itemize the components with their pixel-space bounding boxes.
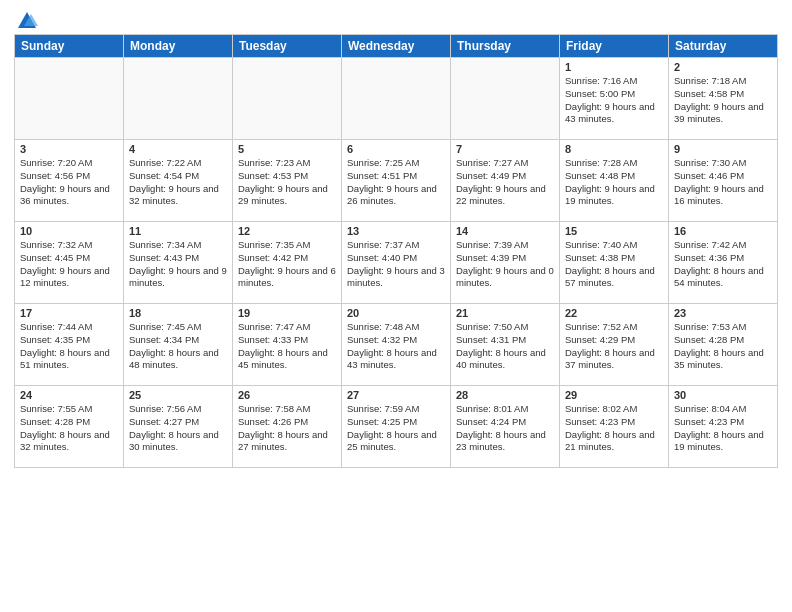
calendar-cell: 22Sunrise: 7:52 AM Sunset: 4:29 PM Dayli… bbox=[560, 304, 669, 386]
day-header-thursday: Thursday bbox=[451, 35, 560, 58]
logo-area bbox=[14, 10, 38, 28]
page: SundayMondayTuesdayWednesdayThursdayFrid… bbox=[0, 0, 792, 612]
day-info: Sunrise: 7:50 AM Sunset: 4:31 PM Dayligh… bbox=[456, 321, 554, 372]
day-header-wednesday: Wednesday bbox=[342, 35, 451, 58]
week-row-2: 3Sunrise: 7:20 AM Sunset: 4:56 PM Daylig… bbox=[15, 140, 778, 222]
day-info: Sunrise: 7:27 AM Sunset: 4:49 PM Dayligh… bbox=[456, 157, 554, 208]
day-info: Sunrise: 7:34 AM Sunset: 4:43 PM Dayligh… bbox=[129, 239, 227, 290]
day-number: 7 bbox=[456, 143, 554, 155]
day-info: Sunrise: 7:39 AM Sunset: 4:39 PM Dayligh… bbox=[456, 239, 554, 290]
day-info: Sunrise: 7:47 AM Sunset: 4:33 PM Dayligh… bbox=[238, 321, 336, 372]
day-info: Sunrise: 7:30 AM Sunset: 4:46 PM Dayligh… bbox=[674, 157, 772, 208]
day-info: Sunrise: 7:53 AM Sunset: 4:28 PM Dayligh… bbox=[674, 321, 772, 372]
calendar-cell: 28Sunrise: 8:01 AM Sunset: 4:24 PM Dayli… bbox=[451, 386, 560, 468]
calendar-cell: 24Sunrise: 7:55 AM Sunset: 4:28 PM Dayli… bbox=[15, 386, 124, 468]
calendar-cell bbox=[124, 58, 233, 140]
calendar-cell: 23Sunrise: 7:53 AM Sunset: 4:28 PM Dayli… bbox=[669, 304, 778, 386]
day-number: 23 bbox=[674, 307, 772, 319]
day-info: Sunrise: 7:23 AM Sunset: 4:53 PM Dayligh… bbox=[238, 157, 336, 208]
day-info: Sunrise: 7:32 AM Sunset: 4:45 PM Dayligh… bbox=[20, 239, 118, 290]
calendar-cell: 1Sunrise: 7:16 AM Sunset: 5:00 PM Daylig… bbox=[560, 58, 669, 140]
calendar-cell: 10Sunrise: 7:32 AM Sunset: 4:45 PM Dayli… bbox=[15, 222, 124, 304]
calendar-cell: 11Sunrise: 7:34 AM Sunset: 4:43 PM Dayli… bbox=[124, 222, 233, 304]
calendar-cell: 6Sunrise: 7:25 AM Sunset: 4:51 PM Daylig… bbox=[342, 140, 451, 222]
calendar-cell: 20Sunrise: 7:48 AM Sunset: 4:32 PM Dayli… bbox=[342, 304, 451, 386]
day-number: 10 bbox=[20, 225, 118, 237]
calendar-cell: 13Sunrise: 7:37 AM Sunset: 4:40 PM Dayli… bbox=[342, 222, 451, 304]
week-row-5: 24Sunrise: 7:55 AM Sunset: 4:28 PM Dayli… bbox=[15, 386, 778, 468]
day-number: 21 bbox=[456, 307, 554, 319]
day-number: 11 bbox=[129, 225, 227, 237]
calendar-cell bbox=[15, 58, 124, 140]
day-number: 22 bbox=[565, 307, 663, 319]
calendar-cell: 12Sunrise: 7:35 AM Sunset: 4:42 PM Dayli… bbox=[233, 222, 342, 304]
day-info: Sunrise: 7:22 AM Sunset: 4:54 PM Dayligh… bbox=[129, 157, 227, 208]
day-info: Sunrise: 7:59 AM Sunset: 4:25 PM Dayligh… bbox=[347, 403, 445, 454]
day-number: 1 bbox=[565, 61, 663, 73]
day-info: Sunrise: 7:42 AM Sunset: 4:36 PM Dayligh… bbox=[674, 239, 772, 290]
header bbox=[14, 10, 778, 28]
day-info: Sunrise: 7:28 AM Sunset: 4:48 PM Dayligh… bbox=[565, 157, 663, 208]
day-number: 25 bbox=[129, 389, 227, 401]
day-info: Sunrise: 7:25 AM Sunset: 4:51 PM Dayligh… bbox=[347, 157, 445, 208]
calendar-cell: 15Sunrise: 7:40 AM Sunset: 4:38 PM Dayli… bbox=[560, 222, 669, 304]
day-number: 16 bbox=[674, 225, 772, 237]
day-info: Sunrise: 7:48 AM Sunset: 4:32 PM Dayligh… bbox=[347, 321, 445, 372]
day-number: 5 bbox=[238, 143, 336, 155]
day-number: 26 bbox=[238, 389, 336, 401]
day-number: 6 bbox=[347, 143, 445, 155]
calendar-cell: 30Sunrise: 8:04 AM Sunset: 4:23 PM Dayli… bbox=[669, 386, 778, 468]
calendar-cell bbox=[451, 58, 560, 140]
day-number: 15 bbox=[565, 225, 663, 237]
day-info: Sunrise: 7:40 AM Sunset: 4:38 PM Dayligh… bbox=[565, 239, 663, 290]
calendar-cell bbox=[342, 58, 451, 140]
day-number: 8 bbox=[565, 143, 663, 155]
day-number: 18 bbox=[129, 307, 227, 319]
day-info: Sunrise: 8:01 AM Sunset: 4:24 PM Dayligh… bbox=[456, 403, 554, 454]
calendar-cell: 2Sunrise: 7:18 AM Sunset: 4:58 PM Daylig… bbox=[669, 58, 778, 140]
day-info: Sunrise: 7:52 AM Sunset: 4:29 PM Dayligh… bbox=[565, 321, 663, 372]
calendar-cell: 17Sunrise: 7:44 AM Sunset: 4:35 PM Dayli… bbox=[15, 304, 124, 386]
calendar-cell: 4Sunrise: 7:22 AM Sunset: 4:54 PM Daylig… bbox=[124, 140, 233, 222]
day-number: 2 bbox=[674, 61, 772, 73]
calendar-cell: 5Sunrise: 7:23 AM Sunset: 4:53 PM Daylig… bbox=[233, 140, 342, 222]
day-header-tuesday: Tuesday bbox=[233, 35, 342, 58]
day-number: 13 bbox=[347, 225, 445, 237]
day-number: 30 bbox=[674, 389, 772, 401]
logo-icon bbox=[16, 10, 38, 32]
calendar-cell: 21Sunrise: 7:50 AM Sunset: 4:31 PM Dayli… bbox=[451, 304, 560, 386]
calendar-cell: 29Sunrise: 8:02 AM Sunset: 4:23 PM Dayli… bbox=[560, 386, 669, 468]
calendar-cell: 19Sunrise: 7:47 AM Sunset: 4:33 PM Dayli… bbox=[233, 304, 342, 386]
day-number: 19 bbox=[238, 307, 336, 319]
day-info: Sunrise: 7:18 AM Sunset: 4:58 PM Dayligh… bbox=[674, 75, 772, 126]
calendar-header-row: SundayMondayTuesdayWednesdayThursdayFrid… bbox=[15, 35, 778, 58]
day-number: 27 bbox=[347, 389, 445, 401]
day-number: 12 bbox=[238, 225, 336, 237]
day-header-friday: Friday bbox=[560, 35, 669, 58]
calendar: SundayMondayTuesdayWednesdayThursdayFrid… bbox=[14, 34, 778, 468]
calendar-cell: 7Sunrise: 7:27 AM Sunset: 4:49 PM Daylig… bbox=[451, 140, 560, 222]
calendar-cell: 27Sunrise: 7:59 AM Sunset: 4:25 PM Dayli… bbox=[342, 386, 451, 468]
calendar-cell: 9Sunrise: 7:30 AM Sunset: 4:46 PM Daylig… bbox=[669, 140, 778, 222]
calendar-cell bbox=[233, 58, 342, 140]
calendar-cell: 3Sunrise: 7:20 AM Sunset: 4:56 PM Daylig… bbox=[15, 140, 124, 222]
logo bbox=[14, 10, 38, 32]
week-row-3: 10Sunrise: 7:32 AM Sunset: 4:45 PM Dayli… bbox=[15, 222, 778, 304]
day-number: 3 bbox=[20, 143, 118, 155]
week-row-1: 1Sunrise: 7:16 AM Sunset: 5:00 PM Daylig… bbox=[15, 58, 778, 140]
day-number: 24 bbox=[20, 389, 118, 401]
calendar-cell: 18Sunrise: 7:45 AM Sunset: 4:34 PM Dayli… bbox=[124, 304, 233, 386]
calendar-cell: 14Sunrise: 7:39 AM Sunset: 4:39 PM Dayli… bbox=[451, 222, 560, 304]
week-row-4: 17Sunrise: 7:44 AM Sunset: 4:35 PM Dayli… bbox=[15, 304, 778, 386]
day-info: Sunrise: 8:02 AM Sunset: 4:23 PM Dayligh… bbox=[565, 403, 663, 454]
day-info: Sunrise: 7:45 AM Sunset: 4:34 PM Dayligh… bbox=[129, 321, 227, 372]
day-info: Sunrise: 7:55 AM Sunset: 4:28 PM Dayligh… bbox=[20, 403, 118, 454]
day-number: 14 bbox=[456, 225, 554, 237]
day-header-sunday: Sunday bbox=[15, 35, 124, 58]
day-header-monday: Monday bbox=[124, 35, 233, 58]
calendar-cell: 16Sunrise: 7:42 AM Sunset: 4:36 PM Dayli… bbox=[669, 222, 778, 304]
day-number: 28 bbox=[456, 389, 554, 401]
calendar-cell: 8Sunrise: 7:28 AM Sunset: 4:48 PM Daylig… bbox=[560, 140, 669, 222]
day-info: Sunrise: 7:35 AM Sunset: 4:42 PM Dayligh… bbox=[238, 239, 336, 290]
calendar-cell: 25Sunrise: 7:56 AM Sunset: 4:27 PM Dayli… bbox=[124, 386, 233, 468]
